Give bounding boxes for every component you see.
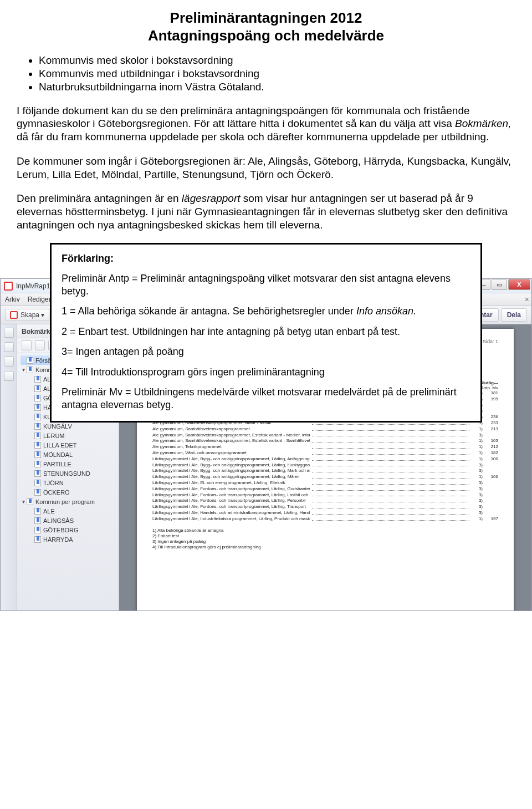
table-row: Lärlingsgymnasiet i Ale, Bygg- och anläg… (152, 456, 498, 462)
text-italic: Info ansökan. (356, 306, 416, 317)
doc-title-2: Antagningspoäng och medelvärde (17, 27, 515, 44)
bookmark-item[interactable]: GÖTEBORG (21, 525, 116, 535)
explanation-item: 3= Ingen antagen på poäng (62, 345, 470, 358)
menu-close-doc[interactable]: × (525, 295, 529, 304)
footnote-item: 4) Till Introduktionsprogram görs ej pre… (152, 545, 498, 549)
bookmark-item[interactable]: TJÖRN (21, 478, 116, 487)
table-row: Ale gymnasium, Samhällsvetenskapsprogram… (152, 433, 498, 439)
text-italic: Bokmärken, (455, 118, 511, 129)
bookmark-item[interactable]: ALINGSÅS (21, 516, 116, 525)
bm-tool-icon[interactable] (22, 340, 32, 350)
explanation-box: Förklaring: Preliminär Antp = Preliminär… (50, 243, 482, 423)
bullet-item: Kommunvis med skolor i bokstavsordning (39, 54, 515, 67)
footnote-item: 2) Enbart test (152, 533, 498, 538)
explanation-item: 1 = Alla behöriga sökande är antagna. Se… (62, 305, 470, 318)
nav-strip (1, 324, 17, 611)
bookmark-item[interactable]: ÖCKERÖ (21, 487, 116, 497)
bookmark-item[interactable]: ▾Kommun per program (21, 497, 116, 506)
bullet-item: Naturbruksutbildningarna inom Västra Göt… (39, 81, 515, 93)
text: I följande dokument kan du se den prelim… (17, 105, 470, 130)
explanation-item: 4= Till Introduktionsprogram görs ingen … (62, 366, 470, 379)
table-row: Lärlingsgymnasiet i Ale, Industriteknisk… (152, 516, 498, 522)
bookmark-item[interactable]: MÖLNDAL (21, 450, 116, 459)
text-italic: lägesrapport (182, 192, 241, 204)
bookmark-item[interactable]: PARTILLE (21, 459, 116, 469)
paragraph-3: Den preliminära antagningen är en lägesr… (17, 192, 515, 231)
doc-title-1: Preliminärantagningen 2012 (17, 9, 515, 27)
bookmark-item[interactable]: ALE (21, 506, 116, 516)
menu-arkiv[interactable]: Arkiv (5, 296, 20, 303)
bullet-item: Kommunvis med utbildningar i bokstavsord… (39, 68, 515, 80)
bookmarks-icon[interactable] (4, 342, 14, 352)
table-row: Ale gymnasium, Vård- och omsorgsprogramm… (152, 450, 498, 456)
pdf-footnotes: 1) Alla behöriga sökande är antagna2) En… (152, 528, 498, 549)
bookmark-item[interactable]: LERUM (21, 431, 116, 440)
table-row: Lärlingsgymnasiet i Ale, Fordons- och tr… (152, 492, 498, 498)
table-row: Lärlingsgymnasiet i Ale, Fordons- och tr… (152, 486, 498, 492)
footnote-item: 1) Alla behöriga sökande är antagna (152, 528, 498, 533)
table-row: Lärlingsgymnasiet i Ale, Bygg- och anläg… (152, 474, 498, 480)
paragraph-1: I följande dokument kan du se den prelim… (17, 104, 515, 144)
text: 1 = Alla behöriga sökande är antagna. Se… (62, 306, 356, 317)
explanation-heading: Förklaring: (62, 252, 470, 265)
table-row: Ale gymnasium, Teknikprogrammet1)212 (152, 444, 498, 450)
table-row: Lärlingsgymnasiet i Ale, Handels- och ad… (152, 510, 498, 516)
maximize-button[interactable]: ▭ (492, 279, 507, 290)
table-row: Lärlingsgymnasiet i Ale, Fordons- och tr… (152, 504, 498, 510)
bullet-list: Kommunvis med skolor i bokstavsordning K… (39, 54, 515, 93)
bookmark-item[interactable]: STENUNGSUND (21, 469, 116, 478)
explanation-item: Preliminär Mv = Utbildningens medelvärde… (62, 386, 470, 411)
pdf-header-right: Sida: 1 (483, 339, 498, 350)
pdf-icon (4, 282, 13, 291)
table-row: Ale gymnasium, Samhällsvetenskapsprogram… (152, 438, 498, 444)
bookmark-item[interactable]: LILLA EDET (21, 440, 116, 450)
paragraph-2: De kommuner som ingår i Göteborgsregione… (17, 155, 515, 181)
explanation-item: 2 = Enbart test. Utbildningen har inte a… (62, 325, 470, 338)
create-button[interactable]: Skapa ▾ (5, 309, 49, 321)
create-label: Skapa (21, 311, 39, 319)
explanation-item: Preliminär Antp = Preliminär antagningsp… (62, 272, 470, 297)
thumbnails-icon[interactable] (4, 328, 14, 338)
signatures-icon[interactable] (4, 371, 14, 381)
footnote-item: 3) Ingen antagen på poäng (152, 539, 498, 544)
table-row: Lärlingsgymnasiet i Ale, El- och energip… (152, 480, 498, 486)
attachments-icon[interactable] (4, 357, 14, 367)
table-row: Ale gymnasium, Samhällsvetenskapsprogram… (152, 426, 498, 433)
bookmark-item[interactable]: HÄRRYDA (21, 535, 116, 544)
pdf-icon (10, 311, 18, 319)
close-button[interactable]: X (508, 279, 530, 290)
bm-tool-icon[interactable] (35, 340, 45, 350)
share-button[interactable]: Dela (501, 308, 527, 322)
bookmark-item[interactable]: KUNGÄLV (21, 421, 116, 431)
table-row: Lärlingsgymnasiet i Ale, Bygg- och anläg… (152, 468, 498, 474)
text: Den preliminära antagningen är en (17, 192, 182, 204)
table-row: Lärlingsgymnasiet i Ale, Fordons- och tr… (152, 498, 498, 504)
table-row: Lärlingsgymnasiet i Ale, Bygg- och anläg… (152, 462, 498, 469)
text: då får du fram kommunerna uppdelade per … (17, 131, 489, 143)
